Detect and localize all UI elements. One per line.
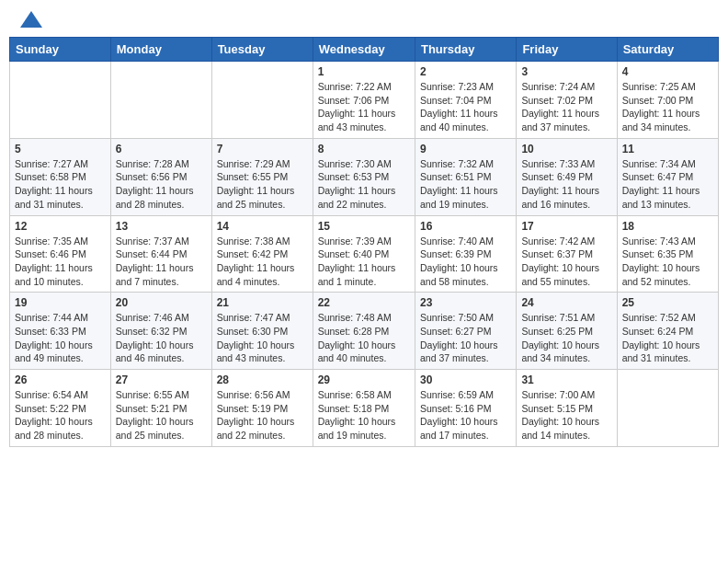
weekday-header: Sunday (10, 38, 111, 62)
logo (17, 9, 44, 29)
day-number: 31 (521, 373, 611, 386)
day-number: 26 (15, 373, 106, 386)
sunset-text: Sunset: 5:15 PM (521, 403, 593, 414)
sunrise-text: Sunrise: 7:50 AM (420, 312, 494, 323)
sunset-text: Sunset: 5:19 PM (217, 403, 289, 414)
daylight-text: Daylight: 10 hours and 58 minutes. (420, 262, 498, 287)
sunset-text: Sunset: 6:44 PM (116, 248, 188, 259)
day-number: 2 (420, 65, 511, 78)
day-info: Sunrise: 7:39 AM Sunset: 6:40 PM Dayligh… (318, 235, 410, 289)
day-number: 7 (217, 143, 308, 155)
sunrise-text: Sunrise: 6:56 AM (217, 389, 290, 400)
sunset-text: Sunset: 6:58 PM (15, 171, 86, 182)
sunset-text: Sunset: 6:53 PM (318, 171, 390, 182)
calendar-week-row: 5 Sunrise: 7:27 AM Sunset: 6:58 PM Dayli… (10, 138, 719, 215)
daylight-text: Daylight: 11 hours and 19 minutes. (420, 185, 498, 210)
calendar-cell: 11 Sunrise: 7:34 AM Sunset: 6:47 PM Dayl… (617, 138, 718, 215)
weekday-header: Monday (110, 38, 211, 62)
day-info: Sunrise: 7:22 AM Sunset: 7:06 PM Dayligh… (318, 80, 410, 134)
sunrise-text: Sunrise: 6:54 AM (15, 389, 88, 400)
calendar-cell: 23 Sunrise: 7:50 AM Sunset: 6:27 PM Dayl… (415, 293, 516, 370)
daylight-text: Daylight: 11 hours and 34 minutes. (622, 108, 700, 132)
sunrise-text: Sunrise: 7:25 AM (622, 81, 696, 92)
daylight-text: Daylight: 10 hours and 43 minutes. (217, 339, 295, 364)
daylight-text: Daylight: 10 hours and 17 minutes. (420, 416, 498, 441)
calendar-cell: 18 Sunrise: 7:43 AM Sunset: 6:35 PM Dayl… (617, 215, 718, 293)
calendar-body: 1 Sunrise: 7:22 AM Sunset: 7:06 PM Dayli… (10, 62, 719, 447)
sunset-text: Sunset: 6:42 PM (217, 248, 289, 259)
page-header (9, 9, 719, 29)
day-number: 15 (318, 220, 410, 233)
daylight-text: Daylight: 11 hours and 31 minutes. (15, 185, 93, 210)
daylight-text: Daylight: 11 hours and 7 minutes. (116, 262, 194, 287)
day-info: Sunrise: 7:47 AM Sunset: 6:30 PM Dayligh… (217, 311, 308, 365)
day-number: 19 (15, 296, 106, 309)
sunset-text: Sunset: 6:27 PM (420, 326, 492, 337)
sunset-text: Sunset: 6:30 PM (217, 326, 289, 337)
sunrise-text: Sunrise: 7:44 AM (15, 312, 88, 323)
weekday-header: Thursday (415, 38, 516, 62)
sunset-text: Sunset: 5:16 PM (420, 403, 492, 414)
calendar-week-row: 19 Sunrise: 7:44 AM Sunset: 6:33 PM Dayl… (10, 293, 719, 370)
sunset-text: Sunset: 6:37 PM (521, 248, 593, 259)
day-number: 10 (521, 143, 611, 155)
day-number: 25 (622, 296, 713, 309)
sunrise-text: Sunrise: 7:40 AM (420, 236, 494, 247)
day-number: 21 (217, 296, 308, 309)
sunrise-text: Sunrise: 6:59 AM (420, 389, 494, 400)
calendar-cell: 26 Sunrise: 6:54 AM Sunset: 5:22 PM Dayl… (10, 370, 111, 447)
day-number: 17 (521, 220, 611, 233)
daylight-text: Daylight: 11 hours and 10 minutes. (15, 262, 93, 287)
sunrise-text: Sunrise: 7:46 AM (116, 312, 189, 323)
sunset-text: Sunset: 5:21 PM (116, 403, 188, 414)
daylight-text: Daylight: 11 hours and 1 minute. (318, 262, 396, 287)
day-number: 1 (318, 65, 410, 78)
sunset-text: Sunset: 5:22 PM (15, 403, 86, 414)
day-number: 11 (622, 143, 713, 155)
sunset-text: Sunset: 7:02 PM (521, 95, 593, 106)
day-info: Sunrise: 7:44 AM Sunset: 6:33 PM Dayligh… (15, 311, 106, 365)
sunrise-text: Sunrise: 7:35 AM (15, 236, 88, 247)
calendar-cell: 9 Sunrise: 7:32 AM Sunset: 6:51 PM Dayli… (415, 138, 516, 215)
calendar-week-row: 12 Sunrise: 7:35 AM Sunset: 6:46 PM Dayl… (10, 215, 719, 293)
day-info: Sunrise: 7:33 AM Sunset: 6:49 PM Dayligh… (521, 157, 611, 212)
daylight-text: Daylight: 10 hours and 28 minutes. (15, 416, 93, 441)
calendar-cell: 7 Sunrise: 7:29 AM Sunset: 6:55 PM Dayli… (211, 138, 313, 215)
sunrise-text: Sunrise: 7:38 AM (217, 236, 290, 247)
calendar-cell: 5 Sunrise: 7:27 AM Sunset: 6:58 PM Dayli… (10, 138, 111, 215)
daylight-text: Daylight: 11 hours and 22 minutes. (318, 185, 396, 210)
daylight-text: Daylight: 10 hours and 49 minutes. (15, 339, 93, 364)
day-number: 5 (15, 143, 106, 155)
day-info: Sunrise: 7:38 AM Sunset: 6:42 PM Dayligh… (217, 235, 308, 289)
daylight-text: Daylight: 11 hours and 25 minutes. (217, 185, 295, 210)
day-info: Sunrise: 7:46 AM Sunset: 6:32 PM Dayligh… (116, 311, 207, 365)
day-info: Sunrise: 7:34 AM Sunset: 6:47 PM Dayligh… (622, 157, 713, 212)
logo-icon (18, 9, 44, 29)
day-info: Sunrise: 7:40 AM Sunset: 6:39 PM Dayligh… (420, 235, 511, 289)
day-number: 12 (15, 220, 106, 233)
day-info: Sunrise: 7:24 AM Sunset: 7:02 PM Dayligh… (521, 80, 611, 134)
day-info: Sunrise: 6:56 AM Sunset: 5:19 PM Dayligh… (217, 388, 308, 442)
calendar-cell: 20 Sunrise: 7:46 AM Sunset: 6:32 PM Dayl… (110, 293, 211, 370)
daylight-text: Daylight: 10 hours and 19 minutes. (318, 416, 396, 441)
day-info: Sunrise: 7:25 AM Sunset: 7:00 PM Dayligh… (622, 80, 713, 134)
sunset-text: Sunset: 7:06 PM (318, 95, 390, 106)
weekday-header: Wednesday (313, 38, 415, 62)
weekday-header: Friday (517, 38, 617, 62)
sunrise-text: Sunrise: 7:33 AM (521, 158, 595, 169)
sunset-text: Sunset: 6:56 PM (116, 171, 188, 182)
day-info: Sunrise: 7:23 AM Sunset: 7:04 PM Dayligh… (420, 80, 511, 134)
daylight-text: Daylight: 11 hours and 16 minutes. (521, 185, 599, 210)
day-info: Sunrise: 7:51 AM Sunset: 6:25 PM Dayligh… (521, 311, 611, 365)
day-info: Sunrise: 7:37 AM Sunset: 6:44 PM Dayligh… (116, 235, 207, 289)
daylight-text: Daylight: 10 hours and 37 minutes. (420, 339, 498, 364)
calendar-cell: 10 Sunrise: 7:33 AM Sunset: 6:49 PM Dayl… (517, 138, 617, 215)
day-number: 6 (116, 143, 207, 155)
sunrise-text: Sunrise: 7:22 AM (318, 81, 392, 92)
sunset-text: Sunset: 7:00 PM (622, 95, 694, 106)
calendar-cell (10, 62, 111, 139)
calendar-cell: 6 Sunrise: 7:28 AM Sunset: 6:56 PM Dayli… (110, 138, 211, 215)
sunrise-text: Sunrise: 7:28 AM (116, 158, 189, 169)
daylight-text: Daylight: 10 hours and 40 minutes. (318, 339, 396, 364)
calendar-cell (617, 370, 718, 447)
